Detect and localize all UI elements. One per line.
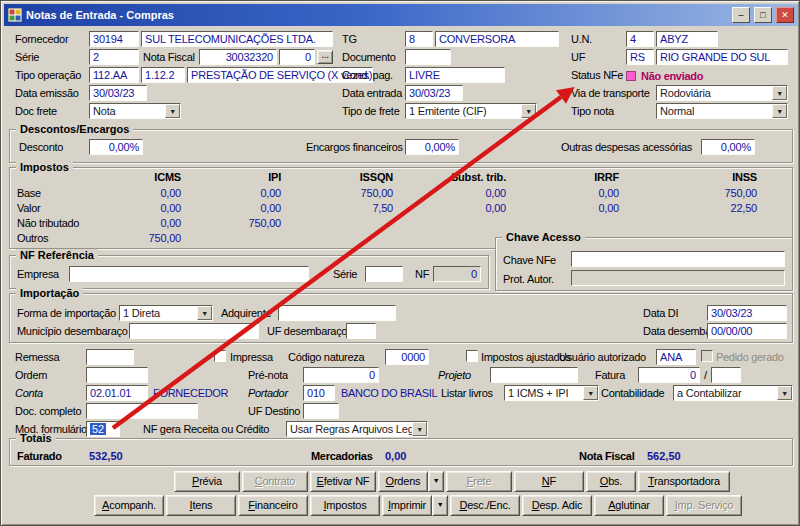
imprimir-button[interactable]: Imprimir xyxy=(382,495,432,516)
outras-despesas-field[interactable]: 0,00% xyxy=(701,139,755,155)
serie-field[interactable]: 2 xyxy=(89,49,139,65)
transportadora-button[interactable]: Transportadora xyxy=(638,471,730,492)
listar-livros-select[interactable]: 1 ICMS + IPI▼ xyxy=(504,385,599,401)
impostos-button[interactable]: Impostos xyxy=(310,495,380,516)
uf-desembaraco-field[interactable] xyxy=(346,323,376,339)
fatura-field[interactable]: 0 xyxy=(638,367,700,383)
remessa-field[interactable] xyxy=(86,349,134,365)
municipio-desembaraco-field[interactable] xyxy=(129,323,259,339)
obs-button[interactable]: Obs. xyxy=(586,471,636,492)
impostos-col-inss: INSS xyxy=(667,171,757,183)
conta-label[interactable]: Conta xyxy=(15,387,43,400)
imprimir-menu-button[interactable]: ▼ xyxy=(432,495,448,516)
un-code-field[interactable]: 4 xyxy=(626,31,654,47)
chevron-down-icon[interactable]: ▼ xyxy=(412,422,427,436)
chave-nfe-field[interactable] xyxy=(571,251,785,267)
projeto-field[interactable] xyxy=(490,367,578,383)
documento-field[interactable] xyxy=(405,49,451,65)
nota-fiscal-seq-field[interactable]: 0 xyxy=(279,49,315,65)
nfref-serie-field[interactable] xyxy=(365,266,403,282)
data-desembaraco-field[interactable]: 00/00/00 xyxy=(707,323,787,339)
uf-name-field[interactable]: RIO GRANDE DO SUL xyxy=(656,49,788,65)
desp-adic-button[interactable]: Desp. Adic xyxy=(522,495,592,516)
projeto-label[interactable]: Projeto xyxy=(438,369,471,382)
impostos-row-valor-label: Valor xyxy=(17,202,40,215)
desc-enc-button[interactable]: Desc./Enc. xyxy=(450,495,520,516)
nota-fiscal-number-field[interactable]: 30032320 xyxy=(199,49,277,65)
tg-code-field[interactable]: 8 xyxy=(405,31,433,47)
fatura-separator: / xyxy=(704,369,707,382)
financeiro-button[interactable]: Financeiro xyxy=(238,495,308,516)
conta-field[interactable]: 02.01.01 xyxy=(86,385,148,401)
nfref-empresa-field[interactable] xyxy=(69,266,309,282)
tipo-operacao-code2-field[interactable]: 1.12.2 xyxy=(141,67,185,83)
chevron-down-icon[interactable]: ▼ xyxy=(777,386,792,400)
chevron-down-icon[interactable]: ▼ xyxy=(197,306,212,320)
via-transporte-select[interactable]: Rodoviária▼ xyxy=(656,85,788,101)
contrato-button: Contrato xyxy=(242,471,308,492)
listar-livros-label: Listar livros xyxy=(441,387,493,400)
encargos-label: Encargos financeiros xyxy=(306,141,403,154)
frete-button: Frete xyxy=(446,471,512,492)
efetivar-nf-button[interactable]: Efetivar NF xyxy=(310,471,376,492)
data-entrada-field[interactable]: 30/03/23 xyxy=(405,85,463,101)
uf-desembaraco-label: UF desembaraço xyxy=(267,325,347,338)
itens-button[interactable]: Itens xyxy=(166,495,236,516)
contabilidade-select[interactable]: a Contabilizar▼ xyxy=(673,385,793,401)
doc-frete-select[interactable]: Nota▼ xyxy=(89,103,181,119)
close-button[interactable]: ✕ xyxy=(776,7,794,23)
data-di-field[interactable]: 30/03/23 xyxy=(707,305,787,321)
forma-importacao-value: 1 Direta xyxy=(123,307,160,319)
portador-field[interactable]: 010 xyxy=(303,385,335,401)
cond-pag-field[interactable]: LIVRE xyxy=(405,67,505,83)
maximize-button[interactable]: □ xyxy=(754,7,772,23)
mod-formulario-field[interactable]: 52 xyxy=(86,421,120,437)
uf-code-field[interactable]: RS xyxy=(626,49,654,65)
chevron-down-icon[interactable]: ▼ xyxy=(583,386,598,400)
data-emissao-field[interactable]: 30/03/23 xyxy=(89,85,147,101)
cond-pag-label: Cond. pag. xyxy=(342,69,393,82)
impostos-row-base-label: Base xyxy=(17,187,41,200)
usuario-autorizado-field[interactable]: ANA xyxy=(656,349,696,365)
chevron-down-icon[interactable]: ▼ xyxy=(165,104,180,118)
acompanh-button[interactable]: Acompanh. xyxy=(94,495,164,516)
forma-importacao-select[interactable]: 1 Direta▼ xyxy=(119,305,213,321)
mercadorias-label: Mercadorias xyxy=(311,450,373,463)
encargos-field[interactable]: 0,00% xyxy=(405,139,459,155)
ordens-menu-button[interactable]: ▼ xyxy=(428,471,444,492)
uf-destino-field[interactable] xyxy=(303,403,339,419)
chevron-down-icon[interactable]: ▼ xyxy=(772,104,787,118)
doc-completo-field[interactable] xyxy=(86,403,198,419)
uf-label: UF xyxy=(571,51,585,64)
portador-label[interactable]: Portador xyxy=(248,387,288,400)
codigo-natureza-field[interactable]: 0000 xyxy=(385,349,429,365)
chevron-down-icon[interactable]: ▼ xyxy=(772,86,787,100)
via-transporte-label: Via de transporte xyxy=(571,87,649,100)
tipo-frete-select[interactable]: 1 Emitente (CIF)▼ xyxy=(405,103,537,119)
tipo-operacao-code1-field[interactable]: 112.AA xyxy=(89,67,139,83)
tg-name-field[interactable]: CONVERSORA xyxy=(435,31,559,47)
impressa-checkbox[interactable] xyxy=(214,350,226,362)
fornecedor-code-field[interactable]: 30194 xyxy=(89,31,139,47)
adquirente-field[interactable] xyxy=(278,305,396,321)
tipo-nota-select[interactable]: Normal▼ xyxy=(656,103,788,119)
nota-fiscal-total-label: Nota Fiscal xyxy=(579,450,634,463)
fornecedor-name-field[interactable]: SUL TELECOMUNICAÇÕES LTDA. xyxy=(141,31,333,47)
titlebar[interactable]: Notas de Entrada - Compras – □ ✕ xyxy=(4,4,798,26)
nota-fiscal-more-button[interactable]: ... xyxy=(317,50,333,64)
pre-nota-field[interactable]: 0 xyxy=(303,367,379,383)
desconto-field[interactable]: 0,00% xyxy=(89,139,143,155)
previa-button[interactable]: Prévia xyxy=(174,471,240,492)
impostos-ajustados-checkbox[interactable] xyxy=(466,350,478,362)
chevron-down-icon[interactable]: ▼ xyxy=(521,104,536,118)
pedido-gerado-label: Pedido gerado xyxy=(716,351,784,364)
nf-gera-select[interactable]: Usar Regras Arquivos Legais▼ xyxy=(286,421,428,437)
nf-referencia-button[interactable]: NF Referência xyxy=(514,471,584,492)
un-name-field[interactable]: ABYZ xyxy=(656,31,718,47)
aglutinar-button[interactable]: Aglutinar xyxy=(594,495,664,516)
impostos-row-nao-tributado-label: Não tributado xyxy=(17,217,79,230)
ordens-button[interactable]: Ordens xyxy=(378,471,428,492)
fatura-parcela-field[interactable] xyxy=(711,367,741,383)
minimize-button[interactable]: – xyxy=(732,7,750,23)
ordem-field[interactable] xyxy=(86,367,148,383)
